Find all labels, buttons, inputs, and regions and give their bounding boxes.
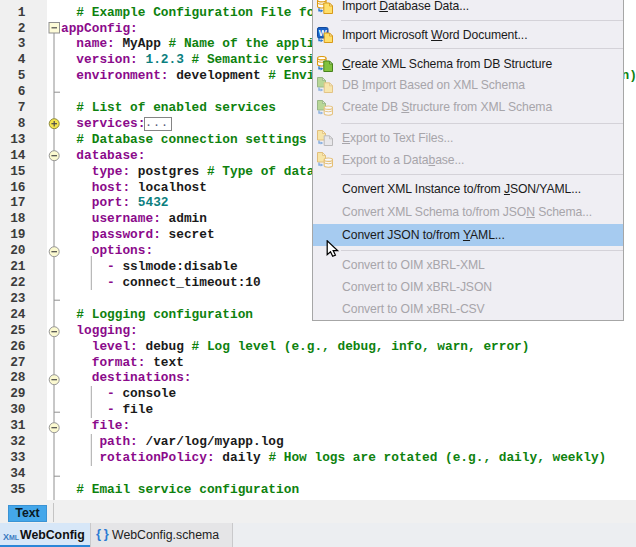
svg-text:ML: ML <box>9 534 20 541</box>
